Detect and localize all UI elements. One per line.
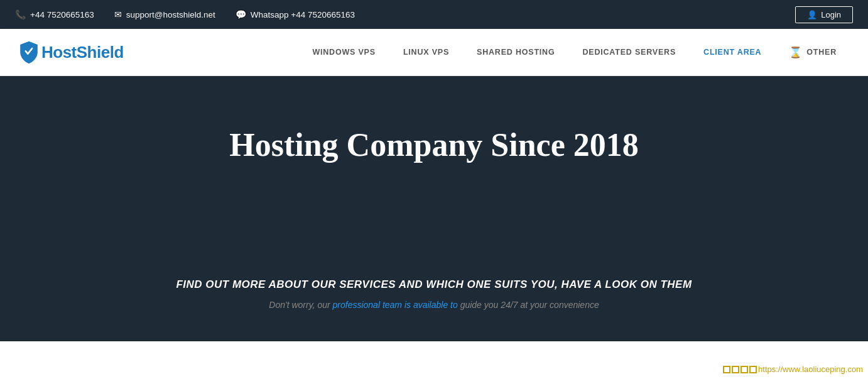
other-label: OTHER: [806, 48, 837, 57]
hero-section: Hosting Company Since 2018 FIND OUT MORE…: [0, 76, 868, 341]
whatsapp-number: Whatsapp +44 7520665163: [251, 10, 355, 19]
hero-title: Hosting Company Since 2018: [229, 126, 639, 163]
logo[interactable]: HostShield: [18, 40, 124, 64]
login-button[interactable]: 👤 Login: [795, 6, 853, 23]
logo-shield-icon: [18, 40, 40, 64]
top-bar: 📞 +44 7520665163 ✉ support@hostshield.ne…: [0, 0, 868, 29]
phone-icon: 📞: [15, 9, 26, 19]
logo-text-pre: Host: [41, 43, 77, 62]
whatsapp-item: 💬 Whatsapp +44 7520665163: [236, 9, 355, 19]
nav-link-windows-vps[interactable]: WINDOWS VPS: [298, 29, 389, 76]
logo-text: HostShield: [41, 43, 124, 62]
nav-link-linux-vps[interactable]: LINUX VPS: [389, 29, 463, 76]
email-icon: ✉: [114, 9, 122, 19]
nav-link-other[interactable]: ⌛ OTHER: [775, 29, 850, 76]
nav-link-client-area[interactable]: CLIENT AREA: [690, 29, 775, 76]
nav-bar: HostShield WINDOWS VPS LINUX VPS SHARED …: [0, 29, 868, 76]
logo-text-post: Shield: [77, 43, 124, 62]
login-label: Login: [821, 10, 841, 19]
hourglass-icon: ⌛: [789, 46, 803, 59]
hero-desc-pre: Don't worry, our: [269, 300, 332, 310]
email-item: ✉ support@hostshield.net: [114, 9, 215, 19]
hero-description: Don't worry, our professional team is av…: [269, 300, 599, 310]
hero-desc-link[interactable]: professional team is available to: [333, 300, 458, 310]
whatsapp-icon: 💬: [236, 9, 246, 19]
phone-number: +44 7520665163: [30, 10, 94, 19]
person-icon: 👤: [807, 10, 817, 19]
nav-link-shared-hosting[interactable]: SHARED HOSTING: [463, 29, 568, 76]
hero-bottom: FIND OUT MORE ABOUT OUR SERVICES AND WHI…: [38, 278, 830, 310]
top-bar-contacts: 📞 +44 7520665163 ✉ support@hostshield.ne…: [15, 9, 355, 19]
hero-desc-post: guide you 24/7 at your convenience: [458, 300, 599, 310]
nav-links: WINDOWS VPS LINUX VPS SHARED HOSTING DED…: [161, 29, 850, 76]
email-address: support@hostshield.net: [126, 10, 215, 19]
hero-subtitle: FIND OUT MORE ABOUT OUR SERVICES AND WHI…: [176, 278, 692, 291]
phone-item: 📞 +44 7520665163: [15, 9, 94, 19]
nav-link-dedicated-servers[interactable]: DEDICATED SERVERS: [568, 29, 690, 76]
